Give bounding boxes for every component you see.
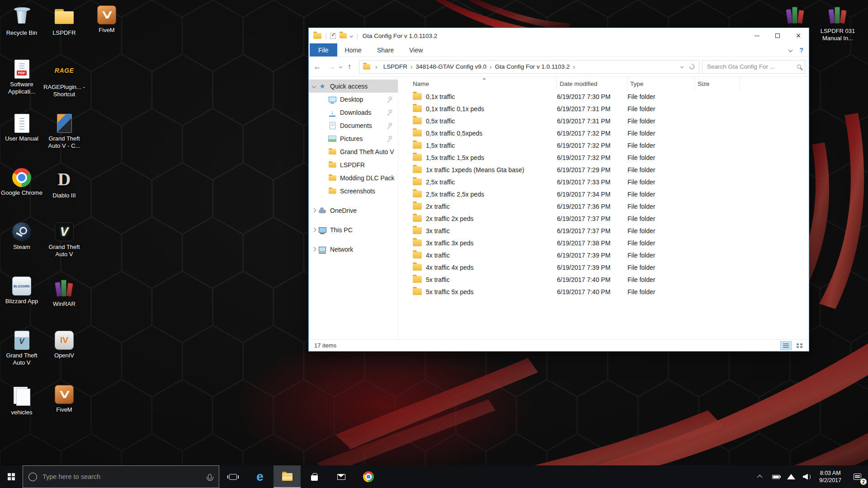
help-icon[interactable]: ? xyxy=(799,47,803,54)
breadcrumb-segment[interactable]: LSPDFR xyxy=(382,63,408,70)
taskbar-search-input[interactable] xyxy=(42,473,203,481)
address-bar[interactable]: › LSPDFR›348148-GTAV Config v9.0›Gta Con… xyxy=(359,60,699,74)
desktop-icon-rar-archive[interactable] xyxy=(774,4,816,28)
menu-view[interactable]: View xyxy=(401,43,430,56)
desktop-icon-grand-theft-auto-v-box[interactable]: Grand Theft Auto V xyxy=(1,331,42,367)
search-input[interactable] xyxy=(706,63,794,70)
breadcrumb-separator-icon[interactable]: › xyxy=(408,63,415,70)
start-button[interactable] xyxy=(0,465,23,488)
ribbon-expand-icon[interactable] xyxy=(788,48,793,52)
chrome-button[interactable] xyxy=(355,465,382,488)
thumbnails-view-button[interactable] xyxy=(794,341,805,350)
desktop-icon-fivem-2[interactable]: FiveM xyxy=(43,385,85,413)
sidebar-item-onedrive[interactable]: OneDrive xyxy=(309,204,398,217)
file-row[interactable]: 0,5x traffic 0,5xpeds6/19/2017 7:32 PMFi… xyxy=(398,127,809,139)
desktop-icon-google-chrome[interactable]: Google Chrome xyxy=(1,168,42,197)
store-button[interactable] xyxy=(301,465,328,488)
file-row[interactable]: 2x traffic 2x peds6/19/2017 7:37 PMFile … xyxy=(398,212,809,225)
column-type[interactable]: Type xyxy=(627,77,695,90)
sidebar-item-this-pc[interactable]: This PC xyxy=(309,223,398,236)
column-name[interactable]: Name xyxy=(410,77,557,90)
desktop-icon-steam[interactable]: Steam xyxy=(1,222,42,251)
address-dropdown-icon[interactable] xyxy=(680,65,684,68)
breadcrumb-segment[interactable]: 348148-GTAV Config v9.0 xyxy=(415,63,487,70)
menu-share[interactable]: Share xyxy=(369,43,401,56)
desktop-icon-software-application[interactable]: Software Applicati... xyxy=(1,60,42,96)
desktop-icon-openiv[interactable]: OpenIV xyxy=(43,331,85,359)
titlebar[interactable]: | | Gta Config For v 1.0.1103.2 × xyxy=(309,28,809,43)
desktop-icon-recycle-bin[interactable]: Recycle Bin xyxy=(1,5,42,37)
sidebar-item-screenshots[interactable]: Screenshots xyxy=(309,184,398,197)
file-row[interactable]: 0,1x traffic 0,1x peds6/19/2017 7:31 PMF… xyxy=(398,103,809,115)
file-row[interactable]: 0,5x traffic6/19/2017 7:31 PMFile folder xyxy=(398,115,809,127)
file-row[interactable]: 1x traffic 1xpeds (Means Gta base)6/19/2… xyxy=(398,164,809,176)
desktop-icon-fivem[interactable]: FiveM xyxy=(86,5,127,34)
file-row[interactable]: 2,5x traffic6/19/2017 7:33 PMFile folder xyxy=(398,176,809,188)
microphone-icon[interactable] xyxy=(208,474,212,479)
breadcrumb-segment[interactable]: Gta Config For v 1.0.1103.2 xyxy=(494,63,571,70)
sidebar-item-modding-dlc-pack[interactable]: Modding DLC Pack xyxy=(309,171,398,184)
file-row[interactable]: 5x traffic 5x peds6/19/2017 7:40 PMFile … xyxy=(398,286,809,298)
qat-customize-icon[interactable] xyxy=(350,34,353,37)
breadcrumb-separator-icon[interactable]: › xyxy=(487,63,494,70)
file-row[interactable]: 2,5x traffic 2,5x peds6/19/2017 7:34 PMF… xyxy=(398,188,809,200)
file-row[interactable]: 2x traffic6/19/2017 7:36 PMFile folder xyxy=(398,200,809,212)
sidebar-item-grand-theft-auto-v[interactable]: Grand Theft Auto V xyxy=(309,145,398,158)
sidebar-item-lspdfr[interactable]: LSPDFR xyxy=(309,158,398,171)
desktop-icon-rageplugin-shortcut[interactable]: RAGEPlugin... - Shortcut xyxy=(43,60,85,99)
network-button[interactable] xyxy=(783,465,799,488)
menu-file[interactable]: File xyxy=(310,43,337,56)
file-row[interactable]: 1,5x traffic 1,5x peds6/19/2017 7:32 PMF… xyxy=(398,151,809,164)
file-row[interactable]: 1,5x traffic6/19/2017 7:32 PMFile folder xyxy=(398,139,809,151)
search-box[interactable] xyxy=(702,60,805,74)
qat-properties-icon[interactable] xyxy=(330,33,336,39)
sidebar-item-pictures[interactable]: Pictures xyxy=(309,132,398,145)
file-row[interactable]: 4x traffic6/19/2017 7:39 PMFile folder xyxy=(398,249,809,261)
taskbar-clock[interactable]: 8:03 AM 9/2/2017 xyxy=(814,465,846,488)
file-row[interactable]: 3x traffic 3x peds6/19/2017 7:38 PMFile … xyxy=(398,237,809,249)
task-view-button[interactable] xyxy=(219,465,246,488)
sidebar-item-documents[interactable]: Documents xyxy=(309,119,398,132)
file-row[interactable]: 4x traffic 4x peds6/19/2017 7:39 PMFile … xyxy=(398,261,809,273)
file-row[interactable]: 0,1x traffic6/19/2017 7:30 PMFile folder xyxy=(398,90,809,103)
qat-new-folder-icon[interactable] xyxy=(340,33,347,38)
sidebar-item-desktop[interactable]: Desktop xyxy=(309,93,398,106)
sidebar-item-quick-access[interactable]: Quick access xyxy=(309,80,398,93)
file-explorer-button[interactable] xyxy=(274,465,301,488)
desktop-icon-blizzard-app[interactable]: Blizzard App xyxy=(1,277,42,305)
desktop-icon-diablo-iii[interactable]: Diablo III xyxy=(43,168,85,199)
sidebar-item-downloads[interactable]: Downloads xyxy=(309,106,398,119)
menu-home[interactable]: Home xyxy=(337,43,369,56)
chevron-down-icon[interactable] xyxy=(312,84,316,89)
chevron-right-icon[interactable] xyxy=(312,208,316,213)
column-date-modified[interactable]: Date modified xyxy=(557,77,627,90)
maximize-button[interactable] xyxy=(767,28,788,43)
file-row[interactable]: 5x traffic6/19/2017 7:40 PMFile folder xyxy=(398,273,809,286)
action-center-button[interactable]: 2 xyxy=(846,465,868,488)
mail-button[interactable] xyxy=(328,465,355,488)
desktop-icon-user-manual[interactable]: User Manual xyxy=(1,114,42,142)
desktop-icon-vehicles[interactable]: vehicles xyxy=(1,385,42,416)
desktop-icon-lspdfr-031-manual[interactable]: LSPDFR 031 Manual In... xyxy=(817,4,859,42)
file-row[interactable]: 3x traffic6/19/2017 7:37 PMFile folder xyxy=(398,225,809,237)
close-button[interactable]: × xyxy=(788,28,809,43)
desktop-icon-grand-theft-auto-v[interactable]: Grand Theft Auto V xyxy=(43,222,85,258)
volume-button[interactable] xyxy=(799,465,814,488)
details-view-button[interactable] xyxy=(780,341,792,350)
desktop-icon-lspdfr-folder[interactable]: LSPDFR xyxy=(43,5,85,37)
battery-button[interactable] xyxy=(768,465,783,488)
chevron-right-icon[interactable] xyxy=(312,247,316,252)
refresh-icon[interactable] xyxy=(689,63,696,70)
chevron-right-icon[interactable] xyxy=(312,228,316,232)
desktop-icon-grand-theft-auto-v-c[interactable]: Grand Theft Auto V - C... xyxy=(43,114,85,150)
desktop-icon-winrar[interactable]: WinRAR xyxy=(43,277,85,308)
minimize-button[interactable] xyxy=(746,28,767,43)
forward-button[interactable]: → xyxy=(325,60,339,74)
recent-locations-icon[interactable] xyxy=(339,65,342,68)
column-size[interactable]: Size xyxy=(695,77,740,90)
breadcrumb-separator-icon[interactable]: › xyxy=(571,63,577,70)
taskbar-search[interactable] xyxy=(23,465,219,488)
edge-button[interactable]: e xyxy=(246,465,274,488)
hidden-icons-button[interactable] xyxy=(753,465,768,488)
back-button[interactable]: ← xyxy=(311,60,324,74)
